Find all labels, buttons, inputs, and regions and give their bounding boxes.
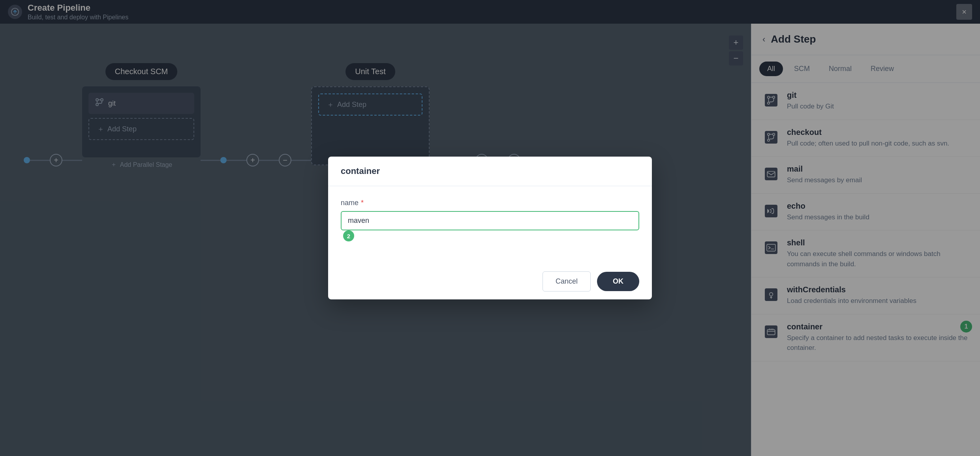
ok-button[interactable]: OK [597, 272, 639, 291]
modal-header: container [328, 157, 652, 186]
modal-title: container [341, 166, 639, 176]
modal-overlay: container name * 2 Cancel OK [0, 0, 980, 456]
name-input[interactable] [341, 211, 639, 230]
required-star: * [361, 199, 364, 207]
name-form-group: name * 2 [341, 199, 639, 241]
modal-body: name * 2 [328, 186, 652, 264]
container-modal: container name * 2 Cancel OK [328, 157, 652, 299]
modal-footer: Cancel OK [328, 264, 652, 299]
badge-2: 2 [343, 230, 354, 241]
cancel-button[interactable]: Cancel [543, 271, 591, 292]
name-label: name * [341, 199, 639, 207]
